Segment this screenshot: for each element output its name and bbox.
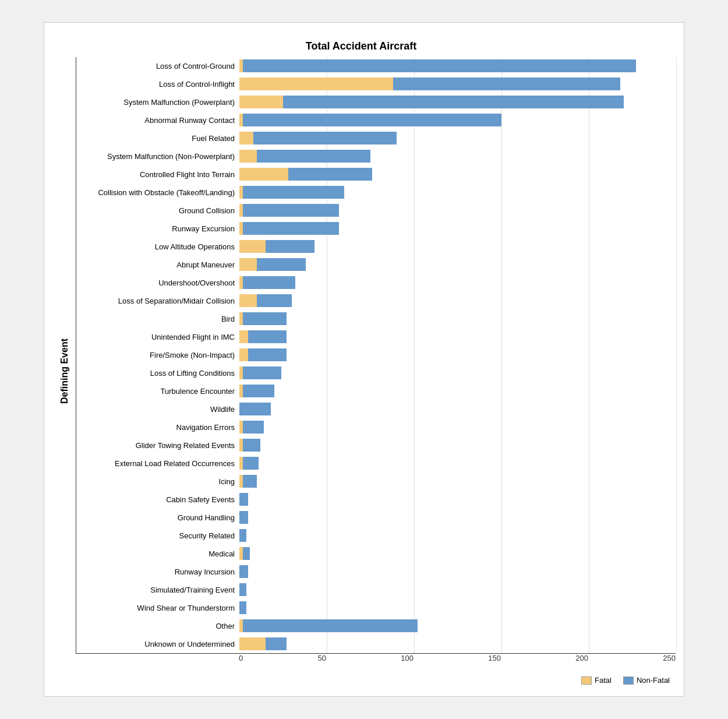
bar-label: Icing xyxy=(76,477,239,486)
bar-track xyxy=(239,114,501,126)
bar-nonfatal xyxy=(243,222,339,235)
chart-area: Defining Event Loss of Control-GroundLos… xyxy=(56,57,666,685)
bar-nonfatal xyxy=(239,601,246,614)
x-tick: 0 xyxy=(239,654,243,662)
bar-nonfatal xyxy=(243,186,344,199)
bar-nonfatal xyxy=(257,294,292,307)
bar-track xyxy=(239,96,624,108)
bar-row: Navigation Errors xyxy=(76,418,676,436)
bar-nonfatal xyxy=(243,457,259,470)
bar-nonfatal xyxy=(239,583,246,596)
bar-nonfatal xyxy=(239,511,248,524)
bar-track xyxy=(239,385,274,397)
bar-nonfatal xyxy=(239,493,248,506)
bar-label: Fuel Related xyxy=(76,134,239,143)
bar-label: Navigation Errors xyxy=(76,423,239,432)
bar-track xyxy=(239,619,418,632)
bar-fatal xyxy=(239,77,393,90)
bar-row: Collision with Obstacle (Takeoff/Landing… xyxy=(76,184,676,201)
bar-row: Runway Excursion xyxy=(76,220,676,237)
bar-track xyxy=(239,312,287,325)
bar-track xyxy=(239,547,250,560)
bar-row: Abrupt Maneuver xyxy=(76,256,676,273)
bar-row: Ground Handling xyxy=(76,509,676,526)
bar-label: Runway Incursion xyxy=(76,568,239,576)
bar-label: Unknown or Undetermined xyxy=(76,640,239,648)
bar-label: Loss of Separation/Midair Collision xyxy=(76,297,239,305)
x-axis-container: 050100150200250 xyxy=(239,654,676,671)
bar-label: External Load Related Occurrences xyxy=(76,459,239,468)
bar-row: Wildlife xyxy=(76,400,676,418)
bar-nonfatal xyxy=(266,637,287,650)
bar-track xyxy=(239,77,620,90)
bar-nonfatal xyxy=(243,547,250,560)
bar-fatal xyxy=(239,294,257,307)
bar-row: Loss of Control-Inflight xyxy=(76,75,676,93)
bar-nonfatal xyxy=(257,150,370,163)
bar-row: Loss of Control-Ground xyxy=(76,57,676,75)
bar-row: External Load Related Occurrences xyxy=(76,454,676,472)
bar-track xyxy=(239,403,271,415)
bar-fatal xyxy=(239,258,257,271)
bar-row: Abnormal Runway Contact xyxy=(76,111,676,129)
legend-nonfatal-box xyxy=(623,676,634,685)
bar-track xyxy=(239,439,260,452)
bar-nonfatal xyxy=(239,565,248,578)
bar-label: Runway Excursion xyxy=(76,224,239,233)
bar-fatal xyxy=(239,168,288,181)
bar-track xyxy=(239,583,246,596)
bar-nonfatal xyxy=(243,619,418,632)
x-tick: 250 xyxy=(663,654,676,662)
bar-row: Other xyxy=(76,617,676,635)
bar-nonfatal xyxy=(243,114,501,126)
bar-track xyxy=(239,475,257,488)
bar-row: Security Related xyxy=(76,527,676,544)
bar-label: Simulated/Training Event xyxy=(76,586,239,594)
x-tick: 200 xyxy=(575,654,588,662)
bar-label: Other xyxy=(76,622,239,630)
bar-track xyxy=(239,511,248,524)
bar-row: Fire/Smoke (Non-Impact) xyxy=(76,346,676,364)
bar-track xyxy=(239,366,281,379)
bar-track xyxy=(239,59,636,72)
legend-fatal-box xyxy=(581,676,592,685)
bar-track xyxy=(239,258,306,271)
legend: Fatal Non-Fatal xyxy=(76,676,676,685)
bar-nonfatal xyxy=(243,475,257,488)
bar-row: Icing xyxy=(76,473,676,490)
bar-nonfatal xyxy=(266,240,314,253)
bar-row: System Malfunction (Powerplant) xyxy=(76,93,676,111)
bar-fatal xyxy=(239,348,248,361)
bar-nonfatal xyxy=(243,439,260,452)
y-axis-label: Defining Event xyxy=(56,57,73,685)
bar-row: Loss of Separation/Midair Collision xyxy=(76,292,676,309)
legend-fatal: Fatal xyxy=(581,676,612,685)
bar-track xyxy=(239,421,264,433)
bar-label: Security Related xyxy=(76,531,239,540)
bar-nonfatal xyxy=(248,330,287,343)
bar-nonfatal xyxy=(248,348,287,361)
bar-row: Unintended Flight in IMC xyxy=(76,328,676,346)
bar-row: Cabin Safety Events xyxy=(76,491,676,508)
bar-row: Controlled Flight Into Terrain xyxy=(76,165,676,183)
x-tick: 150 xyxy=(488,654,501,662)
bar-label: Abrupt Maneuver xyxy=(76,260,239,269)
bar-row: Unknown or Undetermined xyxy=(76,635,676,653)
bar-label: System Malfunction (Powerplant) xyxy=(76,98,239,107)
bar-nonfatal xyxy=(243,366,281,379)
bar-nonfatal xyxy=(243,385,274,397)
bar-nonfatal xyxy=(257,258,306,271)
bar-track xyxy=(239,330,287,343)
bar-label: Medical xyxy=(76,549,239,558)
bar-label: Collision with Obstacle (Takeoff/Landing… xyxy=(76,188,239,197)
bar-label: Low Altitude Operations xyxy=(76,242,239,251)
bar-nonfatal xyxy=(288,168,372,181)
bar-label: Loss of Lifting Conditions xyxy=(76,369,239,378)
bar-nonfatal xyxy=(243,59,636,72)
bar-row: Loss of Lifting Conditions xyxy=(76,364,676,382)
x-tick: 100 xyxy=(401,654,414,662)
x-tick: 50 xyxy=(318,654,326,662)
bar-row: Bird xyxy=(76,310,676,327)
bar-track xyxy=(239,457,259,470)
bar-nonfatal xyxy=(243,204,339,217)
